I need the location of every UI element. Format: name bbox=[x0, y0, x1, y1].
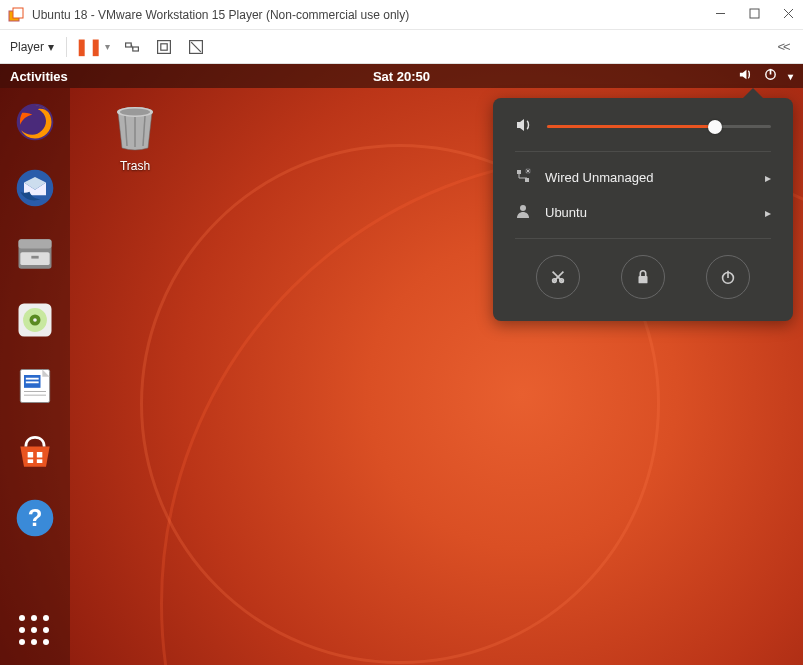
svg-rect-20 bbox=[31, 256, 38, 259]
player-menu-label: Player bbox=[10, 40, 44, 54]
svg-line-8 bbox=[131, 44, 133, 48]
fullscreen-button[interactable] bbox=[154, 37, 174, 57]
clock[interactable]: Sat 20:50 bbox=[373, 69, 430, 84]
svg-rect-32 bbox=[37, 452, 43, 458]
help-icon[interactable]: ? bbox=[11, 494, 59, 542]
user-menu-row[interactable]: Ubuntu ▸ bbox=[515, 195, 771, 230]
trash-desktop-icon[interactable]: Trash bbox=[100, 104, 170, 173]
settings-button[interactable] bbox=[536, 255, 580, 299]
chevron-down-icon: ▾ bbox=[788, 71, 793, 82]
system-tray[interactable]: ▾ bbox=[738, 67, 793, 85]
thunderbird-icon[interactable] bbox=[11, 164, 59, 212]
svg-line-12 bbox=[191, 42, 201, 52]
rhythmbox-icon[interactable] bbox=[11, 296, 59, 344]
send-ctrl-alt-del-button[interactable] bbox=[122, 37, 142, 57]
close-button[interactable] bbox=[781, 8, 795, 22]
libreoffice-writer-icon[interactable] bbox=[11, 362, 59, 410]
svg-rect-19 bbox=[20, 252, 49, 265]
host-window-title: Ubuntu 18 - VMware Workstation 15 Player… bbox=[32, 8, 713, 22]
files-icon[interactable] bbox=[11, 230, 59, 278]
host-toolbar: Player ▾ ❚❚ ▾ << bbox=[0, 30, 803, 64]
vmware-app-icon bbox=[8, 7, 24, 23]
svg-rect-31 bbox=[28, 452, 33, 458]
power-icon bbox=[763, 67, 778, 85]
svg-rect-28 bbox=[26, 381, 39, 383]
network-icon bbox=[515, 168, 531, 187]
firefox-icon[interactable] bbox=[11, 98, 59, 146]
host-titlebar: Ubuntu 18 - VMware Workstation 15 Player… bbox=[0, 0, 803, 30]
user-label: Ubuntu bbox=[545, 205, 751, 220]
svg-rect-9 bbox=[158, 40, 171, 53]
activities-button[interactable]: Activities bbox=[10, 69, 68, 84]
popover-tail bbox=[743, 88, 763, 98]
maximize-button[interactable] bbox=[747, 8, 761, 22]
system-menu-popover: Wired Unmanaged ▸ Ubuntu ▸ bbox=[493, 98, 793, 321]
settings-icon bbox=[549, 268, 567, 286]
power-button[interactable] bbox=[706, 255, 750, 299]
network-label: Wired Unmanaged bbox=[545, 170, 751, 185]
svg-rect-34 bbox=[37, 459, 43, 463]
show-applications-button[interactable] bbox=[19, 615, 51, 647]
ubuntu-software-icon[interactable] bbox=[11, 428, 59, 476]
svg-point-48 bbox=[520, 205, 526, 211]
svg-point-24 bbox=[33, 318, 37, 322]
dock: ? bbox=[0, 88, 70, 665]
player-menu[interactable]: Player ▾ bbox=[10, 40, 54, 54]
chevron-down-icon: ▾ bbox=[105, 41, 110, 52]
svg-rect-33 bbox=[28, 459, 33, 463]
lock-button[interactable] bbox=[621, 255, 665, 299]
lock-icon bbox=[634, 268, 652, 286]
svg-rect-18 bbox=[19, 239, 52, 248]
svg-rect-10 bbox=[161, 43, 167, 49]
svg-text:?: ? bbox=[28, 504, 43, 531]
svg-rect-43 bbox=[517, 170, 521, 174]
svg-rect-53 bbox=[638, 276, 647, 283]
svg-rect-27 bbox=[26, 378, 39, 380]
trash-label: Trash bbox=[100, 159, 170, 173]
volume-row bbox=[515, 116, 771, 137]
svg-rect-6 bbox=[126, 43, 132, 47]
volume-icon bbox=[738, 67, 753, 85]
svg-point-42 bbox=[120, 109, 150, 116]
svg-rect-44 bbox=[525, 178, 529, 182]
power-icon bbox=[719, 268, 737, 286]
gnome-topbar: Activities Sat 20:50 ▾ bbox=[0, 64, 803, 88]
network-menu-row[interactable]: Wired Unmanaged ▸ bbox=[515, 160, 771, 195]
volume-slider[interactable] bbox=[547, 119, 771, 135]
chevron-right-icon: ▸ bbox=[765, 206, 771, 220]
svg-rect-3 bbox=[750, 9, 759, 18]
speaker-icon bbox=[515, 116, 533, 137]
svg-rect-1 bbox=[13, 8, 23, 18]
chevron-down-icon: ▾ bbox=[48, 40, 54, 54]
collapse-toolbar-button[interactable]: << bbox=[773, 37, 793, 57]
user-icon bbox=[515, 203, 531, 222]
chevron-right-icon: ▸ bbox=[765, 171, 771, 185]
pause-button[interactable]: ❚❚ bbox=[79, 37, 99, 57]
trash-icon bbox=[113, 104, 157, 152]
guest-vm-screen: Activities Sat 20:50 ▾ bbox=[0, 64, 803, 665]
unity-mode-button[interactable] bbox=[186, 37, 206, 57]
minimize-button[interactable] bbox=[713, 8, 727, 22]
svg-rect-7 bbox=[133, 47, 139, 51]
